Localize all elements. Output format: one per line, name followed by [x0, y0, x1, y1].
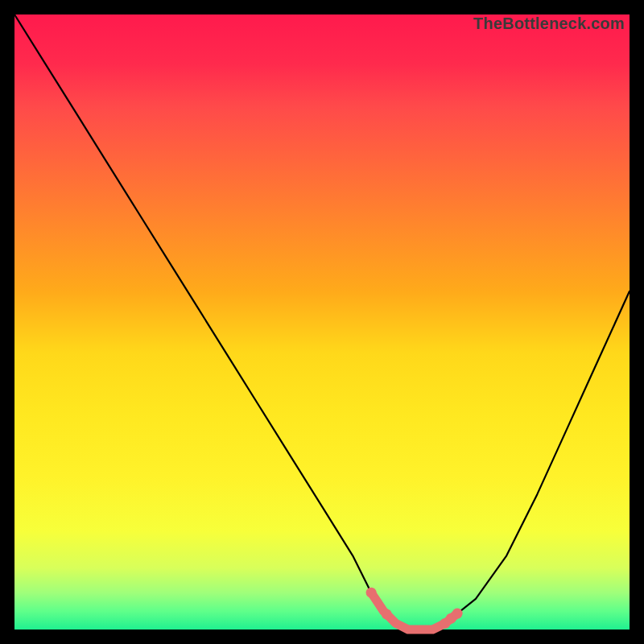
chart-svg: [14, 14, 630, 630]
optimal-dot: [452, 609, 463, 619]
bottleneck-curve: [14, 14, 630, 630]
optimal-dot: [366, 588, 377, 598]
plot-area: TheBottleneck.com: [14, 14, 630, 630]
optimal-dot: [382, 609, 392, 619]
chart-stage: TheBottleneck.com: [0, 0, 644, 644]
